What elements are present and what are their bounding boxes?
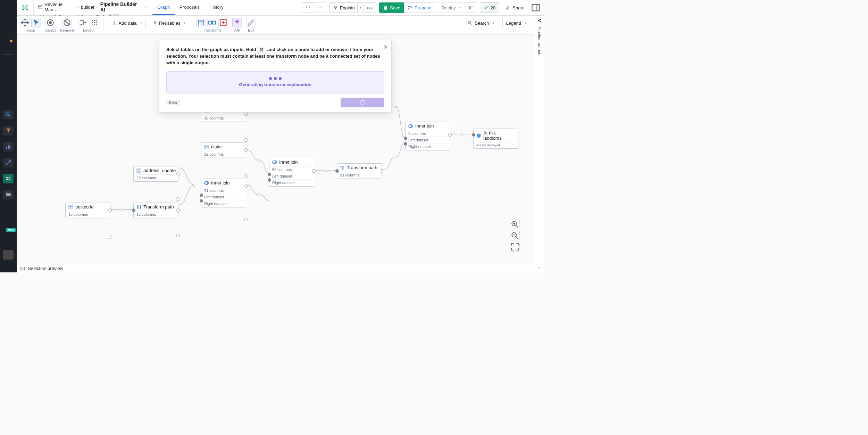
svg-point-2	[6, 113, 9, 116]
bell-icon[interactable]	[5, 40, 12, 47]
panel-right-icon[interactable]	[531, 3, 541, 13]
node-output[interactable]: At risk landlords Not yet deployed	[473, 129, 518, 149]
layout-tree-tool[interactable]	[78, 18, 88, 27]
tab-proposals[interactable]: Proposals	[175, 0, 205, 15]
chevron-right-icon: ›	[77, 5, 79, 10]
explain-button[interactable]: Explain	[329, 2, 357, 13]
settings-sliders-button[interactable]	[465, 2, 477, 13]
save-button[interactable]: Save	[379, 2, 404, 13]
svg-point-20	[509, 7, 510, 8]
selection-preview-bar[interactable]: Selection preview ⌃	[17, 264, 544, 272]
explain-caret[interactable]: ▾	[357, 2, 364, 13]
svg-point-49	[461, 133, 464, 136]
chevron-up-icon[interactable]: ⌃	[537, 266, 541, 271]
pipeline-outputs-label[interactable]: Pipeline outputs	[537, 27, 542, 56]
aip-tool[interactable]	[232, 18, 242, 27]
star-icon[interactable]: ☆	[144, 5, 148, 10]
svg-point-15	[335, 8, 336, 9]
close-icon[interactable]: ✕	[383, 44, 388, 50]
zoom-in-button[interactable]	[510, 220, 520, 229]
history-icon[interactable]	[5, 62, 12, 69]
checks-button[interactable]: 20	[480, 2, 499, 13]
zoom-fit-button[interactable]	[510, 242, 520, 252]
transform-join-tool[interactable]	[207, 18, 217, 27]
move-tool[interactable]	[20, 18, 30, 27]
svg-point-43	[257, 193, 260, 196]
redo-button[interactable]	[314, 2, 326, 13]
undo-button[interactable]	[302, 2, 314, 13]
app-files-icon[interactable]	[3, 190, 14, 199]
transform-add-tool[interactable]	[218, 18, 228, 27]
collapse-icon[interactable]	[536, 18, 542, 23]
edit-tool[interactable]	[246, 18, 256, 27]
tab-graph[interactable]: Graph	[152, 0, 175, 15]
app-funnel-icon[interactable]	[3, 126, 14, 136]
svg-point-29	[94, 20, 95, 21]
svg-point-44	[257, 159, 260, 162]
pointer-tool[interactable]	[31, 18, 41, 27]
node-transform-path-2[interactable]: Transform path 53 columns	[337, 163, 382, 179]
more-button[interactable]: •••	[364, 2, 377, 13]
transform-col-tool[interactable]	[196, 18, 206, 27]
node-transform-path-1[interactable]: Transform path 15 columns	[133, 203, 178, 218]
tab-history[interactable]: History	[205, 0, 228, 15]
search-button[interactable]: Search ▾	[464, 18, 498, 28]
loading-button	[341, 98, 384, 107]
globe-icon[interactable]	[5, 212, 12, 219]
svg-rect-51	[137, 169, 141, 172]
node-postcode[interactable]: postcode 15 columns	[65, 203, 110, 218]
panel-icon[interactable]	[5, 88, 12, 95]
svg-point-31	[91, 22, 92, 23]
home-icon[interactable]	[5, 15, 12, 22]
transform-label: Transform	[204, 28, 221, 32]
breadcrumb-folder[interactable]: builder	[81, 5, 94, 10]
svg-point-34	[91, 24, 92, 25]
popup-instruction: Select tables on the graph as inputs. Ho…	[166, 47, 384, 66]
help-icon[interactable]: ?	[5, 237, 12, 244]
svg-point-17	[408, 8, 409, 9]
layout-grid-tool[interactable]	[90, 18, 99, 27]
avatar[interactable]	[3, 250, 14, 260]
app-wand-icon[interactable]	[3, 158, 14, 167]
search-icon[interactable]	[5, 27, 12, 34]
svg-point-40	[469, 21, 471, 24]
select-target-tool[interactable]	[45, 18, 55, 27]
node-inner-join-2[interactable]: Inner join 52 columns Left dataset Right…	[269, 158, 314, 187]
svg-rect-4	[8, 145, 9, 149]
share-button[interactable]: Share	[502, 2, 528, 13]
zoom-out-button[interactable]	[510, 231, 520, 240]
node-claim[interactable]: claim 12 columns	[201, 142, 246, 158]
app-search-icon[interactable]	[3, 110, 14, 120]
breadcrumb-project[interactable]: Revenue Man…	[44, 2, 75, 12]
svg-point-26	[80, 24, 82, 25]
svg-point-27	[85, 22, 86, 23]
tools-label: Tools	[26, 28, 35, 32]
chevron-right-icon: ›	[97, 5, 98, 10]
app-pipeline-icon[interactable]	[3, 174, 14, 183]
left-nav-rail: New ?	[0, 0, 17, 272]
page-title: Pipeline Builder AI	[100, 1, 141, 13]
reusables-button[interactable]: fx Reusables ▾	[150, 18, 190, 28]
node-address-update[interactable]: address_update 26 columns	[133, 166, 178, 182]
legend-button[interactable]: Legend ▾	[502, 18, 530, 28]
deploy-button[interactable]: Deploy▾	[438, 2, 465, 13]
expand-icon[interactable]	[5, 266, 12, 272]
node-inner-join-1[interactable]: Inner join 41 columns Left dataset Right…	[201, 179, 246, 207]
svg-text:?: ?	[7, 239, 9, 243]
svg-rect-62	[21, 267, 25, 270]
svg-point-32	[94, 22, 95, 23]
add-data-button[interactable]: Add data ▾	[108, 18, 146, 28]
svg-point-41	[120, 208, 123, 211]
select-label: Select	[45, 28, 56, 32]
menu-icon[interactable]	[5, 2, 12, 9]
propose-button[interactable]: Propose	[404, 2, 435, 13]
node-inner-join-3[interactable]: Inner join 3 columns Left dataset Right …	[405, 122, 450, 150]
folder-icon[interactable]	[5, 75, 12, 82]
main-tabs: Graph Proposals History	[152, 0, 228, 15]
beta-badge: Beta	[166, 100, 180, 105]
app-chart-icon[interactable]	[3, 142, 14, 151]
app-logo[interactable]	[17, 0, 34, 15]
svg-point-13	[334, 6, 334, 7]
secondary-toolbar: Tools Select Remove Layout Add data ▾ fx…	[17, 16, 534, 35]
remove-tool[interactable]	[62, 18, 72, 27]
